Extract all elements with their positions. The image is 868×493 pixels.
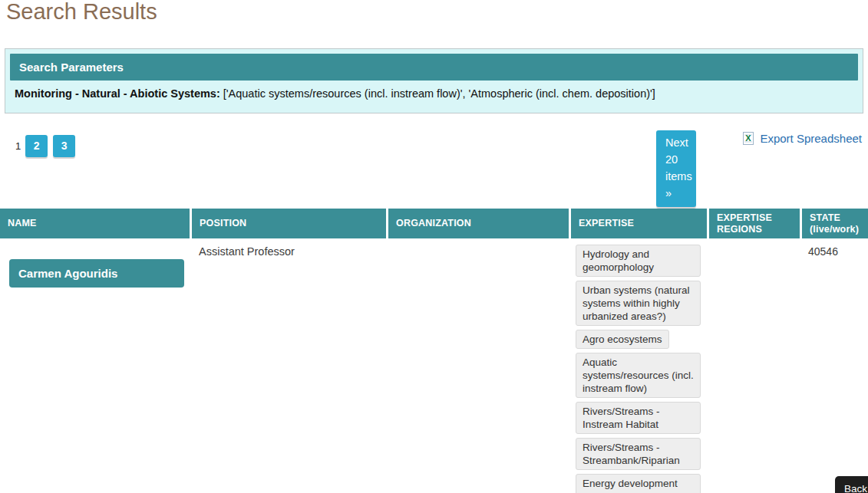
expertise-tag: Agro ecosystems (576, 330, 669, 349)
table-header-row: NAME POSITION ORGANIZATION EXPERTISE EXP… (0, 209, 868, 238)
excel-icon: X (741, 132, 754, 145)
export-spreadsheet-link[interactable]: X Export Spreadsheet (741, 132, 862, 145)
expertise-tag: Rivers/Streams - Instream Habitat (576, 402, 701, 434)
column-header-expertise-regions: EXPERTISE REGIONS (707, 209, 800, 238)
search-parameter-label: Monitoring - Natural - Abiotic Systems: (15, 87, 220, 100)
expertise-tag: Aquatic systems/resources (incl. instrea… (576, 353, 701, 398)
search-parameters-header: Search Parameters (10, 54, 858, 81)
next-20-items-button[interactable]: Next 20 items » (656, 130, 696, 207)
results-table: NAME POSITION ORGANIZATION EXPERTISE EXP… (0, 209, 868, 493)
expertise-tag: Hydrology and geomorphology (576, 245, 701, 277)
expertise-tag: Urban systems (natural systems within hi… (576, 281, 701, 326)
pagination-current-page: 1 (15, 140, 21, 152)
column-header-name: NAME (0, 209, 190, 238)
search-parameters-line: Monitoring - Natural - Abiotic Systems: … (10, 81, 858, 108)
page-title: Search Results (0, 0, 868, 23)
column-header-expertise: EXPERTISE (569, 209, 707, 238)
cell-position: Assistant Professor (190, 238, 386, 493)
search-parameter-value: ['Aquatic systems/resources (incl. instr… (223, 87, 655, 100)
column-header-position: POSITION (190, 209, 386, 238)
column-header-organization: ORGANIZATION (386, 209, 569, 238)
pagination-page-3-button[interactable]: 3 (53, 135, 75, 157)
cell-state: 40546 (800, 238, 868, 493)
table-row: Carmen Agouridis Assistant Professor Hyd… (0, 238, 868, 493)
expertise-tag: Energy development (coal) (576, 474, 701, 493)
person-name-button[interactable]: Carmen Agouridis (9, 259, 184, 288)
cell-expertise-regions (707, 238, 800, 493)
expertise-tag: Rivers/Streams - Streambank/Riparian (576, 438, 701, 470)
export-spreadsheet-label: Export Spreadsheet (760, 132, 862, 145)
pagination-page-2-button[interactable]: 2 (25, 135, 48, 157)
svg-text:X: X (746, 133, 752, 143)
pagination: 1 2 3 (15, 135, 81, 157)
back-to-top-button[interactable]: Back to Top (835, 476, 868, 493)
cell-organization (386, 238, 569, 493)
cell-expertise: Hydrology and geomorphologyUrban systems… (569, 238, 707, 493)
results-toolbar: 1 2 3 Next 20 items » X Export Spreadshe… (0, 130, 868, 205)
column-header-state: STATE (live/work) (800, 209, 868, 238)
search-parameters-panel: Search Parameters Monitoring - Natural -… (5, 48, 863, 113)
cell-name: Carmen Agouridis (0, 238, 190, 493)
